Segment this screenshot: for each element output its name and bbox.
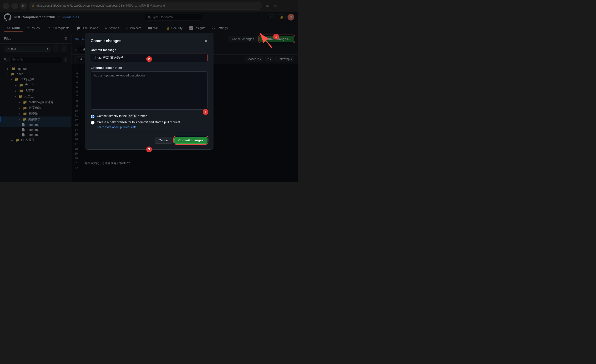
radio-direct-input[interactable] <box>91 115 95 119</box>
radio-direct-label: Commit directly to the main branch <box>97 114 148 118</box>
learn-more-link[interactable]: Learn more about pull requests <box>97 126 208 129</box>
commit-modal: Commit changes × Commit message Extended… <box>85 33 213 150</box>
modal-footer: Cancel Commit changes <box>91 133 208 144</box>
svg-line-1 <box>260 33 272 48</box>
step-badge-2: 2 <box>146 56 152 62</box>
modal-overlay: Commit changes × Commit message Extended… <box>0 0 298 182</box>
radio-new-branch-input[interactable] <box>91 121 95 125</box>
arrow-indicator <box>258 31 276 50</box>
modal-close-button[interactable]: × <box>205 39 208 43</box>
modal-header: Commit changes × <box>91 39 208 43</box>
radio-direct-item: Commit directly to the main branch <box>91 114 208 119</box>
step-badge-3: 3 <box>146 147 152 152</box>
extended-desc-label: Extended description <box>91 66 208 70</box>
commit-message-label: Commit message <box>91 48 208 52</box>
modal-cancel-button[interactable]: Cancel <box>155 137 172 144</box>
modal-commit-button[interactable]: Commit changes <box>174 137 208 144</box>
modal-title: Commit changes <box>91 39 121 43</box>
radio-new-branch-label: Create a new branch for this commit and … <box>97 120 180 124</box>
step-badge-4: 4 <box>203 109 209 115</box>
commit-options: Commit directly to the main branch Creat… <box>91 114 208 129</box>
extended-desc-textarea[interactable] <box>91 71 208 110</box>
radio-new-branch-item: Create a new branch for this commit and … <box>91 120 208 125</box>
